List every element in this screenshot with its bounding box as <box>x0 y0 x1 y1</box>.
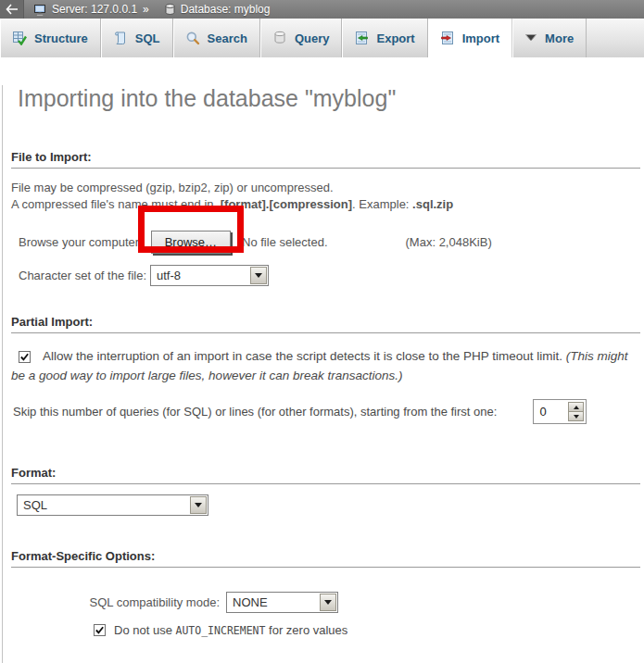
query-icon <box>272 31 287 45</box>
sql-icon <box>113 31 128 45</box>
max-upload-size: (Max: 2,048KiB) <box>406 235 492 249</box>
name-rule-example: .sql.zip <box>412 197 453 211</box>
tab-search[interactable]: Search <box>173 19 260 57</box>
charset-selected-value: utf-8 <box>151 269 249 282</box>
tab-query[interactable]: Query <box>260 19 343 57</box>
tabbar-filler <box>587 19 644 57</box>
name-rule-format: .[format].[compression] <box>217 197 352 211</box>
name-rule-mid: . Example: <box>352 197 412 211</box>
auto-increment-checkbox[interactable] <box>94 624 106 636</box>
sql-compat-row: SQL compatibility mode: NONE <box>11 592 640 613</box>
check-icon <box>19 352 30 362</box>
import-icon <box>440 31 455 45</box>
search-icon <box>185 31 200 45</box>
compression-line: File may be compressed (gzip, bzip2, zip… <box>11 181 334 194</box>
tab-label: Search <box>208 31 247 45</box>
tab-sql[interactable]: SQL <box>101 19 173 57</box>
skip-queries-row: Skip this number of queries (for SQL) or… <box>13 399 640 424</box>
breadcrumb-bar: Server: 127.0.0.1 » Database: myblog <box>0 0 644 19</box>
auto-increment-label: Do not use AUTO_INCREMENT for zero value… <box>114 623 347 637</box>
compression-info-text: File may be compressed (gzip, bzip2, zip… <box>11 180 640 213</box>
tab-more[interactable]: More <box>512 19 587 57</box>
skip-queries-label: Skip this number of queries (for SQL) or… <box>13 405 497 419</box>
spin-down-button[interactable] <box>568 412 584 421</box>
spin-up-button[interactable] <box>568 402 584 412</box>
autoinc-suffix: for zero values <box>265 623 347 637</box>
partial-import-option: Allow the interruption of an import in c… <box>11 346 640 385</box>
tab-export[interactable]: Export <box>342 19 427 57</box>
tab-label: Structure <box>34 31 88 45</box>
tab-label: Export <box>376 31 414 45</box>
breadcrumb-server[interactable]: Server: 127.0.0.1 <box>52 3 137 16</box>
allow-interrupt-text: Allow the interruption of an import in c… <box>43 349 566 363</box>
auto-increment-option: Do not use AUTO_INCREMENT for zero value… <box>94 623 640 637</box>
skip-queries-input[interactable]: 0 <box>533 399 587 424</box>
section-heading-partial-import: Partial Import: <box>11 315 640 333</box>
format-select[interactable]: SQL <box>17 494 208 516</box>
tab-label: Import <box>462 31 499 45</box>
dropdown-arrow-icon[interactable] <box>250 267 267 284</box>
browse-label: Browse your computer: <box>19 235 143 249</box>
charset-label: Character set of the file: <box>19 269 146 282</box>
sql-compat-label: SQL compatibility mode: <box>11 595 226 609</box>
check-icon <box>95 625 105 635</box>
sql-compat-select[interactable]: NONE <box>226 592 338 613</box>
back-arrow-icon <box>6 4 19 15</box>
section-heading-format-options: Format-Specific Options: <box>11 549 640 568</box>
breadcrumb-database[interactable]: Database: myblog <box>181 3 271 16</box>
charset-select[interactable]: utf-8 <box>150 265 269 286</box>
skip-queries-value: 0 <box>536 405 568 419</box>
section-heading-format: Format: <box>11 466 640 484</box>
autoinc-prefix: Do not use <box>114 623 176 637</box>
spinner-buttons <box>568 402 584 421</box>
database-icon <box>164 3 176 16</box>
format-row: SQL <box>17 494 640 516</box>
name-rule-prefix: A compressed file's name must end in <box>11 197 217 211</box>
section-heading-file-to-import: File to Import: <box>11 150 640 169</box>
autoinc-code: AUTO_INCREMENT <box>176 624 266 637</box>
format-selected-value: SQL <box>18 498 189 512</box>
no-file-selected-text: No file selected. <box>242 235 328 249</box>
browse-button[interactable]: Browse… <box>151 231 231 254</box>
charset-row: Character set of the file: utf-8 <box>19 265 640 286</box>
tab-label: More <box>545 31 574 45</box>
sql-compat-selected-value: NONE <box>227 595 319 609</box>
tab-structure[interactable]: Structure <box>0 19 101 57</box>
file-upload-row: Browse your computer: Browse… No file se… <box>19 229 640 255</box>
breadcrumb-separator: » <box>143 3 149 16</box>
tab-label: SQL <box>135 31 160 45</box>
dropdown-arrow-icon[interactable] <box>190 496 207 514</box>
tab-bar: Structure SQL Search Query Export <box>0 19 644 57</box>
chevron-down-icon <box>524 33 537 43</box>
import-page: Importing into the database "myblog" Fil… <box>2 85 644 663</box>
tab-import[interactable]: Import <box>428 19 512 57</box>
structure-icon <box>12 31 27 45</box>
dropdown-arrow-icon[interactable] <box>320 594 336 611</box>
tab-label: Query <box>295 31 330 45</box>
allow-interrupt-checkbox[interactable] <box>19 351 31 363</box>
page-title: Importing into the database "myblog" <box>18 85 640 112</box>
export-icon <box>354 31 369 45</box>
back-button[interactable] <box>0 0 24 19</box>
server-icon <box>33 3 47 17</box>
